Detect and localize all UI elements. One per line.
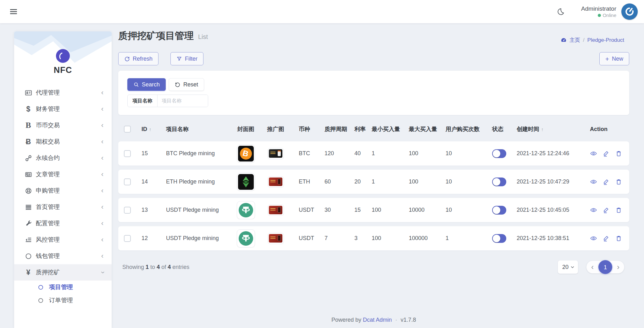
edit-button[interactable] (602, 178, 610, 185)
cell-rate: 3 (354, 235, 358, 242)
cell-times: 10 (446, 207, 452, 213)
status-toggle[interactable] (492, 206, 506, 215)
edit-button[interactable] (602, 206, 610, 214)
row-checkbox[interactable] (124, 207, 131, 214)
table-row: 12USDT Pledge miningUSDT7310010000012021… (118, 226, 629, 250)
cell-times: 1 (446, 235, 449, 242)
filter-button[interactable]: Filter (170, 52, 203, 65)
cell-id: 12 (142, 235, 148, 242)
menu-toggle-button[interactable] (8, 6, 19, 17)
sidebar-item-5[interactable]: 文章管理‹ (14, 166, 112, 183)
current-page[interactable]: 1 (598, 260, 612, 274)
user-status-label: Online (603, 13, 616, 19)
reset-button[interactable]: Reset (169, 78, 204, 91)
chevron-down-icon: ‹ (99, 271, 106, 273)
row-checkbox[interactable] (124, 150, 131, 157)
user-status: Online (581, 13, 616, 19)
sidebar-subitem-0[interactable]: 项目管理 (14, 281, 112, 294)
new-label: New (612, 56, 623, 62)
delete-button[interactable] (615, 178, 622, 185)
breadcrumb-home[interactable]: 主页 (569, 36, 580, 44)
id-card-icon (23, 89, 33, 97)
cover-image-usdt[interactable] (237, 229, 255, 248)
bitcoin-icon: Ƀ (23, 138, 33, 146)
sidebar-item-3[interactable]: Ƀ期权交易‹ (14, 134, 112, 150)
cell-period: 7 (325, 235, 328, 242)
column-label: ID (142, 126, 147, 133)
sidebar-item-label: 首页管理 (36, 203, 101, 211)
search-button[interactable]: Search (127, 78, 166, 91)
dollar-icon: $ (23, 105, 33, 113)
view-button[interactable] (590, 150, 597, 157)
page-subtitle: List (198, 33, 208, 41)
edit-button[interactable] (602, 235, 610, 242)
online-dot-icon (598, 14, 601, 17)
reset-label: Reset (183, 81, 198, 88)
page-footer: Powered by Dcat Admin · v1.7.8 (118, 317, 629, 323)
chevron-left-icon: ‹ (101, 138, 103, 145)
sidebar-item-8[interactable]: 配置管理‹ (14, 215, 112, 232)
sidebar-menu: 代理管理‹$财务管理‹B币币交易‹Ƀ期权交易‹永续合约‹文章管理‹申购管理‹首页… (14, 85, 112, 307)
sidebar-subitem-1[interactable]: 订单管理 (14, 294, 112, 307)
column-label: 用户购买次数 (446, 125, 480, 133)
prev-page-button[interactable]: ‹ (591, 263, 594, 271)
sidebar-item-10[interactable]: 钱包管理‹ (14, 248, 112, 264)
row-checkbox[interactable] (124, 178, 131, 185)
status-toggle[interactable] (492, 234, 506, 243)
view-button[interactable] (590, 235, 597, 242)
chevron-left-icon: ‹ (101, 106, 103, 112)
refresh-button[interactable]: Refresh (118, 52, 158, 65)
promo-image-red[interactable] (268, 176, 284, 188)
next-page-button[interactable]: › (617, 263, 619, 271)
row-actions (590, 235, 622, 242)
sidebar-item-6[interactable]: 申购管理‹ (14, 183, 112, 199)
version-label: v1.7.8 (401, 317, 416, 323)
new-button[interactable]: + New (599, 52, 629, 65)
promo-image-red[interactable] (268, 205, 284, 216)
cell-max: 100000 (409, 235, 428, 242)
cover-image-usdt[interactable] (237, 201, 255, 219)
sidebar-item-0[interactable]: 代理管理‹ (14, 85, 112, 101)
sidebar-item-7[interactable]: 首页管理‹ (14, 199, 112, 215)
dark-mode-toggle[interactable] (554, 5, 567, 18)
sidebar-item-1[interactable]: $财务管理‹ (14, 101, 112, 117)
cell-times: 10 (446, 150, 452, 157)
cover-image-eth[interactable] (237, 173, 255, 191)
view-button[interactable] (590, 178, 597, 185)
dcat-admin-link[interactable]: Dcat Admin (363, 317, 392, 323)
sidebar-item-label: 质押挖矿 (36, 268, 101, 276)
column-header-created[interactable]: 创建时间↑ (514, 125, 582, 133)
status-toggle[interactable] (492, 178, 506, 186)
user-avatar[interactable] (621, 3, 638, 20)
list-icon (23, 203, 33, 211)
sidebar-item-11[interactable]: ¥质押挖矿‹ (14, 264, 112, 281)
cell-period: 120 (325, 150, 334, 157)
promo-image-red[interactable] (268, 233, 284, 244)
view-button[interactable] (590, 206, 597, 214)
sidebar-item-9[interactable]: 风控管理‹ (14, 232, 112, 248)
cell-coin: USDT (299, 207, 314, 213)
promo-image-dark[interactable] (268, 148, 284, 159)
cell-times: 10 (446, 178, 452, 185)
project-name-input[interactable] (158, 95, 208, 107)
select-all-checkbox[interactable] (124, 126, 131, 133)
breadcrumb-separator: / (583, 37, 585, 43)
sidebar-item-4[interactable]: 永续合约‹ (14, 150, 112, 166)
sidebar-item-label: 钱包管理 (36, 252, 101, 260)
column-header-coin: 币种 (294, 125, 322, 133)
sidebar-subitem-label: 项目管理 (49, 283, 73, 291)
edit-button[interactable] (602, 150, 610, 157)
status-toggle[interactable] (492, 149, 506, 158)
breadcrumb-current: Pledge-Product (587, 37, 624, 43)
moon-icon (556, 8, 565, 16)
delete-button[interactable] (615, 206, 622, 214)
cover-image-btc[interactable]: B (237, 145, 255, 163)
delete-button[interactable] (615, 150, 622, 157)
delete-button[interactable] (615, 235, 622, 242)
row-checkbox[interactable] (124, 235, 131, 242)
page-size-select[interactable]: 20 (558, 260, 578, 274)
column-header-id[interactable]: ID↑ (136, 126, 164, 133)
sidebar-item-2[interactable]: B币币交易‹ (14, 117, 112, 134)
cell-period: 30 (325, 207, 331, 213)
usdt-coin-icon (239, 231, 253, 246)
